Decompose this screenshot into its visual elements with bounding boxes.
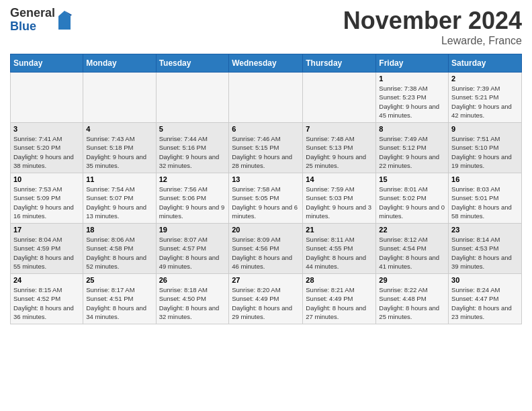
day-info: Sunrise: 8:17 AMSunset: 4:51 PMDaylight:… bbox=[86, 285, 152, 321]
day-number: 9 bbox=[451, 125, 519, 133]
day-info: Sunrise: 7:43 AMSunset: 5:18 PMDaylight:… bbox=[86, 134, 152, 170]
day-cell: 27Sunrise: 8:20 AMSunset: 4:49 PMDayligh… bbox=[229, 274, 303, 324]
calendar-table: Sunday Monday Tuesday Wednesday Thursday… bbox=[10, 54, 522, 324]
day-cell: 9Sunrise: 7:51 AMSunset: 5:10 PMDaylight… bbox=[449, 123, 522, 173]
day-cell: 24Sunrise: 8:15 AMSunset: 4:52 PMDayligh… bbox=[11, 274, 83, 324]
day-cell: 22Sunrise: 8:12 AMSunset: 4:54 PMDayligh… bbox=[376, 224, 449, 274]
day-info: Sunrise: 8:12 AMSunset: 4:54 PMDaylight:… bbox=[379, 235, 445, 271]
col-sunday: Sunday bbox=[11, 54, 83, 73]
day-info: Sunrise: 8:15 AMSunset: 4:52 PMDaylight:… bbox=[13, 285, 80, 321]
col-wednesday: Wednesday bbox=[229, 54, 303, 73]
day-cell: 3Sunrise: 7:41 AMSunset: 5:20 PMDaylight… bbox=[11, 123, 83, 173]
logo-text: General Blue bbox=[10, 7, 55, 34]
col-thursday: Thursday bbox=[303, 54, 376, 73]
week-row-4: 17Sunrise: 8:04 AMSunset: 4:59 PMDayligh… bbox=[11, 224, 522, 274]
day-cell bbox=[156, 73, 229, 123]
day-number: 16 bbox=[451, 175, 519, 183]
day-cell: 30Sunrise: 8:24 AMSunset: 4:47 PMDayligh… bbox=[449, 274, 522, 324]
location: Lewarde, France bbox=[343, 35, 522, 47]
day-info: Sunrise: 8:09 AMSunset: 4:56 PMDaylight:… bbox=[232, 235, 300, 271]
day-info: Sunrise: 8:20 AMSunset: 4:49 PMDaylight:… bbox=[232, 285, 300, 321]
day-number: 3 bbox=[13, 125, 80, 133]
month-title: November 2024 bbox=[343, 7, 522, 35]
day-cell: 16Sunrise: 8:03 AMSunset: 5:01 PMDayligh… bbox=[449, 173, 522, 224]
day-info: Sunrise: 7:46 AMSunset: 5:15 PMDaylight:… bbox=[232, 134, 300, 170]
day-info: Sunrise: 7:53 AMSunset: 5:09 PMDaylight:… bbox=[13, 185, 80, 220]
logo-icon bbox=[57, 11, 72, 30]
day-number: 12 bbox=[159, 175, 226, 183]
day-cell: 4Sunrise: 7:43 AMSunset: 5:18 PMDaylight… bbox=[83, 123, 156, 173]
day-info: Sunrise: 7:44 AMSunset: 5:16 PMDaylight:… bbox=[159, 134, 226, 170]
day-cell: 19Sunrise: 8:07 AMSunset: 4:57 PMDayligh… bbox=[156, 224, 229, 274]
day-info: Sunrise: 8:11 AMSunset: 4:55 PMDaylight:… bbox=[306, 235, 373, 271]
col-tuesday: Tuesday bbox=[156, 54, 229, 73]
day-cell: 11Sunrise: 7:54 AMSunset: 5:07 PMDayligh… bbox=[83, 173, 156, 224]
day-number: 27 bbox=[232, 276, 300, 284]
page-container: General Blue November 2024 Lewarde, Fran… bbox=[0, 0, 532, 331]
day-cell bbox=[11, 73, 83, 123]
day-cell: 6Sunrise: 7:46 AMSunset: 5:15 PMDaylight… bbox=[229, 123, 303, 173]
day-cell: 15Sunrise: 8:01 AMSunset: 5:02 PMDayligh… bbox=[376, 173, 449, 224]
day-number: 6 bbox=[232, 125, 300, 133]
day-number: 8 bbox=[379, 125, 445, 133]
week-row-5: 24Sunrise: 8:15 AMSunset: 4:52 PMDayligh… bbox=[11, 274, 522, 324]
day-cell: 23Sunrise: 8:14 AMSunset: 4:53 PMDayligh… bbox=[449, 224, 522, 274]
day-number: 1 bbox=[379, 75, 445, 83]
day-info: Sunrise: 8:21 AMSunset: 4:49 PMDaylight:… bbox=[306, 285, 373, 321]
day-number: 7 bbox=[306, 125, 373, 133]
title-block: November 2024 Lewarde, France bbox=[343, 7, 522, 47]
day-cell: 14Sunrise: 7:59 AMSunset: 5:03 PMDayligh… bbox=[303, 173, 376, 224]
day-info: Sunrise: 7:54 AMSunset: 5:07 PMDaylight:… bbox=[86, 185, 152, 220]
day-cell: 2Sunrise: 7:39 AMSunset: 5:21 PMDaylight… bbox=[449, 73, 522, 123]
day-number: 29 bbox=[379, 276, 445, 284]
day-number: 24 bbox=[13, 276, 80, 284]
day-number: 11 bbox=[86, 175, 152, 183]
day-info: Sunrise: 7:39 AMSunset: 5:21 PMDaylight:… bbox=[451, 84, 519, 120]
week-row-3: 10Sunrise: 7:53 AMSunset: 5:09 PMDayligh… bbox=[11, 173, 522, 224]
day-cell: 29Sunrise: 8:22 AMSunset: 4:48 PMDayligh… bbox=[376, 274, 449, 324]
day-cell: 7Sunrise: 7:48 AMSunset: 5:13 PMDaylight… bbox=[303, 123, 376, 173]
day-cell: 8Sunrise: 7:49 AMSunset: 5:12 PMDaylight… bbox=[376, 123, 449, 173]
day-cell: 1Sunrise: 7:38 AMSunset: 5:23 PMDaylight… bbox=[376, 73, 449, 123]
col-saturday: Saturday bbox=[449, 54, 522, 73]
day-number: 13 bbox=[232, 175, 300, 183]
day-cell: 13Sunrise: 7:58 AMSunset: 5:05 PMDayligh… bbox=[229, 173, 303, 224]
day-info: Sunrise: 7:41 AMSunset: 5:20 PMDaylight:… bbox=[13, 134, 80, 170]
day-cell: 21Sunrise: 8:11 AMSunset: 4:55 PMDayligh… bbox=[303, 224, 376, 274]
day-number: 23 bbox=[451, 226, 519, 234]
day-info: Sunrise: 7:51 AMSunset: 5:10 PMDaylight:… bbox=[451, 134, 519, 170]
day-number: 19 bbox=[159, 226, 226, 234]
day-number: 30 bbox=[451, 276, 519, 284]
day-number: 5 bbox=[159, 125, 226, 133]
day-cell: 28Sunrise: 8:21 AMSunset: 4:49 PMDayligh… bbox=[303, 274, 376, 324]
day-number: 28 bbox=[306, 276, 373, 284]
day-number: 17 bbox=[13, 226, 80, 234]
header: General Blue November 2024 Lewarde, Fran… bbox=[10, 7, 522, 47]
week-row-2: 3Sunrise: 7:41 AMSunset: 5:20 PMDaylight… bbox=[11, 123, 522, 173]
day-number: 25 bbox=[86, 276, 152, 284]
day-number: 15 bbox=[379, 175, 445, 183]
day-info: Sunrise: 8:06 AMSunset: 4:58 PMDaylight:… bbox=[86, 235, 152, 271]
day-number: 21 bbox=[306, 226, 373, 234]
week-row-1: 1Sunrise: 7:38 AMSunset: 5:23 PMDaylight… bbox=[11, 73, 522, 123]
day-number: 20 bbox=[232, 226, 300, 234]
day-info: Sunrise: 8:04 AMSunset: 4:59 PMDaylight:… bbox=[13, 235, 80, 271]
day-cell bbox=[83, 73, 156, 123]
day-info: Sunrise: 7:48 AMSunset: 5:13 PMDaylight:… bbox=[306, 134, 373, 170]
day-cell: 12Sunrise: 7:56 AMSunset: 5:06 PMDayligh… bbox=[156, 173, 229, 224]
day-info: Sunrise: 8:24 AMSunset: 4:47 PMDaylight:… bbox=[451, 285, 519, 321]
day-info: Sunrise: 7:56 AMSunset: 5:06 PMDaylight:… bbox=[159, 185, 226, 220]
day-info: Sunrise: 8:01 AMSunset: 5:02 PMDaylight:… bbox=[379, 185, 445, 220]
logo: General Blue bbox=[10, 7, 72, 34]
day-info: Sunrise: 7:59 AMSunset: 5:03 PMDaylight:… bbox=[306, 185, 373, 220]
day-number: 22 bbox=[379, 226, 445, 234]
day-info: Sunrise: 8:07 AMSunset: 4:57 PMDaylight:… bbox=[159, 235, 226, 271]
day-number: 10 bbox=[13, 175, 80, 183]
day-number: 26 bbox=[159, 276, 226, 284]
logo-blue: Blue bbox=[10, 20, 55, 34]
day-cell: 17Sunrise: 8:04 AMSunset: 4:59 PMDayligh… bbox=[11, 224, 83, 274]
logo-general: General bbox=[10, 7, 55, 20]
day-cell bbox=[229, 73, 303, 123]
day-number: 18 bbox=[86, 226, 152, 234]
day-info: Sunrise: 7:38 AMSunset: 5:23 PMDaylight:… bbox=[379, 84, 445, 120]
